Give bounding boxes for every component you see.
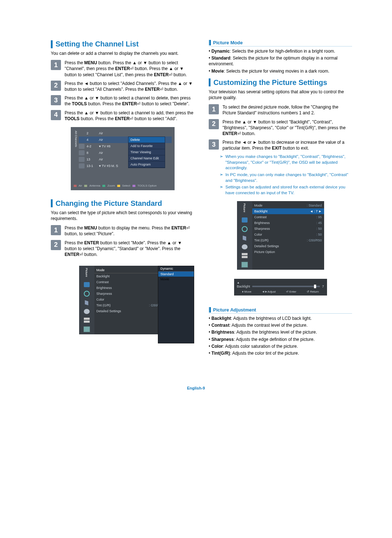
ui-context-item: Auto Program — [128, 162, 165, 168]
left-column: Setting the Channel List You can delete … — [51, 36, 194, 360]
subheading-picture-adjustment: Picture Adjustment — [209, 307, 352, 314]
ui-picture-row: Color: 50 — [252, 232, 324, 237]
right-column: Picture Mode • Dynamic: Selects the pict… — [209, 36, 352, 360]
step-text: Press the ▲ or ▼ button to select "Backl… — [222, 119, 352, 137]
note-arrow-icon: ➣ — [220, 184, 223, 196]
customizing-steps: 1To select the desired picture mode, fol… — [209, 104, 352, 151]
note-item: ➣When you make changes to "Backlight", "… — [220, 154, 352, 171]
bullet-item: • Brightness: Adjusts the brightness lev… — [209, 329, 352, 335]
ui-side-icons: Picture — [237, 201, 252, 270]
bullet-item: • Contrast: Adjusts the contrast level o… — [209, 322, 352, 328]
bullet-item: • Dynamic: Selects the picture for high-… — [209, 48, 352, 54]
bullet-item: • Backlight: Adjusts the brightness of L… — [209, 315, 352, 321]
tv-icon — [242, 217, 248, 223]
note-arrow-icon: ➣ — [220, 172, 223, 183]
step-number: 4 — [51, 110, 61, 120]
step-text: Press the ENTER button to select "Mode".… — [65, 240, 194, 258]
subheading-picture-mode: Picture Mode — [209, 40, 352, 46]
ui-footer-item: Select — [117, 184, 130, 187]
ui-footer-legend: AirAntennaZoomSelectTOOLS Option — [74, 183, 172, 187]
channel-list-intro: You can delete or add a channel to displ… — [51, 50, 194, 56]
page-number: English-9 — [0, 386, 392, 390]
ring-icon — [242, 226, 248, 232]
step-row: 1Press the MENU button to display the me… — [51, 225, 194, 237]
bullet-item: • Color: Adjusts color saturation of the… — [209, 343, 352, 349]
bullet-item: • Standard: Selects the picture for the … — [209, 55, 352, 67]
ui-footer-item: Air — [74, 184, 82, 187]
picture-standard-intro: You can select the type of picture which… — [51, 210, 194, 221]
slider-footer-item: ⏎ Enter — [286, 290, 296, 293]
step-row: 3Press the ◄ or ► button to decrease or … — [209, 139, 352, 151]
ui-picture-mode-wrapper: Picture ModeBacklightContrastBrightness:… — [51, 260, 194, 343]
heading-text: Setting the Channel List — [56, 40, 139, 48]
heading-customizing: Customizing the Picture Settings — [209, 78, 352, 87]
note-arrow-icon: ➣ — [220, 154, 223, 171]
gear-icon — [242, 244, 248, 249]
note-icon — [84, 300, 90, 305]
step-number: 3 — [51, 95, 61, 105]
ui-picture-row: Mode — [94, 267, 166, 273]
slider-knob — [314, 285, 316, 288]
heading-channel-list: Setting the Channel List — [51, 40, 194, 48]
ui-picture-table: Mode: StandardBacklight◄ : 7 ►Contrast: … — [252, 201, 324, 270]
note-item: ➣In PC mode, you can only make changes t… — [220, 172, 352, 183]
subheading-bar-icon — [209, 307, 211, 313]
note-text: When you make changes to "Backlight", "C… — [225, 154, 352, 171]
ui-picture-row: Backlight◄ : 7 ► — [252, 208, 324, 214]
slider-value: 7 — [322, 285, 324, 288]
channel-icon — [79, 163, 85, 168]
ui-picture-row: Tint (G/R): G50/R50 — [252, 237, 324, 243]
step-text: Press the ▲ or ▼ button to select a chan… — [65, 110, 194, 122]
ui-picture-row: Detailed Settings — [94, 308, 166, 314]
ui-picture-row: Brightness: 45 — [252, 220, 324, 226]
ui-footer-item: Zoom — [102, 184, 115, 187]
ui-picture-row: Mode: Standard — [252, 203, 324, 208]
picture-adjustment-bullets: • Backlight: Adjusts the brightness of L… — [209, 315, 352, 356]
ui-picture-row: Contrast: 95 — [252, 214, 324, 220]
step-number: 1 — [51, 225, 61, 235]
channel-icon — [79, 150, 85, 155]
heading-picture-standard: Changing the Picture Standard — [51, 199, 194, 208]
slider-footer-item: ♦ Move — [242, 290, 252, 293]
step-row: 2Press the ▲ or ▼ button to select "Back… — [209, 119, 352, 137]
step-text: Press the ◄ button to select "Added Chan… — [65, 81, 194, 92]
slider-footer-legend: ♦ Move◄►Adjust⏎ Enter↺ Return — [237, 290, 324, 293]
slider-track — [252, 286, 320, 287]
ui-footer-item: Antenna — [84, 184, 100, 187]
ui-context-menu: DeleteAdd to FavoriteTimer ViewingChanne… — [128, 136, 165, 168]
ui-picture-row: Contrast — [94, 279, 166, 285]
ui-side-icons: Picture — [79, 266, 94, 334]
step-number: 3 — [209, 139, 219, 150]
screen-icon — [241, 262, 248, 268]
heading-text: Changing the Picture Standard — [56, 199, 162, 208]
ui-context-item: Timer Viewing — [128, 149, 165, 155]
ring-icon — [84, 291, 90, 297]
step-row: 3Press the ▲ or ▼ button to select a cha… — [51, 95, 194, 107]
heading-bar-icon — [51, 40, 53, 48]
ui-mode-popup: DynamicStandardMovie — [158, 266, 194, 343]
step-number: 2 — [51, 81, 61, 91]
heading-bar-icon — [209, 78, 211, 86]
subheading-text: Picture Adjustment — [213, 307, 256, 313]
ui-picture-row: Tint (G/R): G50/R50 — [94, 302, 166, 308]
note-item: ➣Settings can be adjusted and stored for… — [220, 184, 352, 196]
ui-side-label: All Channels — [74, 130, 78, 148]
ui-popup-head: Dynamic — [158, 266, 194, 272]
heading-bar-icon — [51, 199, 53, 207]
note-text: Settings can be adjusted and stored for … — [225, 184, 352, 196]
step-row: 1Press the MENU button. Press the ▲ or ▼… — [51, 60, 194, 78]
screen-icon — [83, 326, 90, 332]
picture-standard-steps: 1Press the MENU button to display the me… — [51, 225, 194, 257]
ui-picture-row: Backlight — [94, 273, 166, 279]
slider-label: Backlight — [237, 285, 250, 288]
note-icon — [242, 236, 248, 241]
ui-picture-settings-mock: Picture Mode: StandardBacklight◄ : 7 ►Co… — [237, 201, 324, 270]
step-number: 2 — [51, 240, 61, 250]
slider-row: Backlight 7 — [237, 284, 324, 289]
ui-picture-mode-mock: Picture ModeBacklightContrastBrightness:… — [79, 266, 166, 334]
ui-side-label: Picture — [85, 268, 88, 277]
step-row: 2Press the ◄ button to select "Added Cha… — [51, 81, 194, 92]
channel-list-steps: 1Press the MENU button. Press the ▲ or ▼… — [51, 60, 194, 122]
ui-picture-row: Sharpness: 50 — [252, 226, 324, 232]
slider-footer-item: ◄►Adjust — [262, 290, 275, 293]
